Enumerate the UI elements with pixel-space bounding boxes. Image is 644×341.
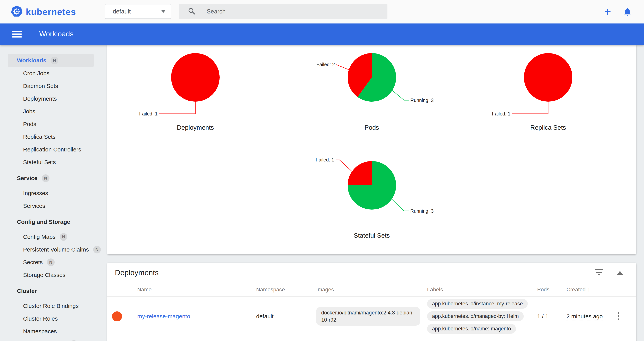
sidebar-item-services[interactable]: Services [0,200,107,212]
menu-hamburger-icon[interactable] [12,30,22,38]
replica-sets-pie-chart: Failed: 1 Replica Sets [460,45,636,131]
sidebar-item-service[interactable]: Service N [0,172,107,184]
table-row: my-release-magento default docker.io/bit… [107,296,636,336]
namespace-selected-value: default [113,8,161,15]
namespace-cell: default [256,313,316,320]
new-badge: N [93,246,101,254]
filter-icon[interactable] [594,268,604,277]
page-title: Workloads [39,30,74,38]
sidebar-item-ingresses[interactable]: Ingresses [0,187,107,200]
new-badge: N [42,174,50,182]
new-badge: N [50,56,58,64]
column-header-created[interactable]: Created ↑ [566,286,613,293]
new-badge: N [60,233,67,241]
new-badge: N [70,340,78,341]
column-header-namespace[interactable]: Namespace [256,286,316,293]
sort-ascending-icon: ↑ [588,286,590,293]
card-title: Deployments [115,268,159,277]
search-icon [188,7,196,16]
sidebar-item-cluster-role-bindings[interactable]: Cluster Role Bindings [0,300,107,312]
sidebar-section-config-and-storage[interactable]: Config and Storage [0,216,107,228]
notifications-bell-button[interactable] [623,7,632,16]
stateful-sets-pie-chart: Failed: 1 Running: 3 Stateful Sets [284,152,460,239]
sidebar-item-config-maps[interactable]: Config Maps N [0,230,107,243]
chart-title: Stateful Sets [354,232,390,239]
row-actions-kebab-menu[interactable] [613,312,624,320]
table-header-row: Name Namespace Images Labels Pods Create… [107,283,636,296]
chart-title: Deployments [177,124,214,131]
pie-callout-running: Running: 3 [410,208,434,214]
sidebar-item-network-policies[interactable]: Network Policies N [0,338,107,341]
main-content: Failed: 1 Deployments Failed: 2 Running:… [107,45,644,341]
sidebar-item-secrets[interactable]: Secrets N [0,256,107,269]
create-resource-button[interactable] [603,7,612,16]
pie-callout-failed: Failed: 2 [316,62,335,67]
status-failed-icon [112,311,122,321]
kubernetes-logo-icon [11,5,23,18]
pie-callout-running: Running: 3 [410,98,434,103]
deployments-card: Deployments Name Namespace Images Labels… [107,263,636,341]
sidebar-item-namespaces[interactable]: Namespaces [0,325,107,338]
pie-slice-failed [348,161,372,185]
sidebar-section-cluster[interactable]: Cluster [0,284,107,297]
deployment-name-link[interactable]: my-release-magento [137,313,190,320]
sidebar-nav: Workloads N Cron Jobs Daemon Sets Deploy… [0,45,107,341]
chevron-down-icon [161,10,166,13]
sidebar-item-persistent-volume-claims[interactable]: Persistent Volume Claims N [0,243,107,256]
namespace-selector[interactable]: default [105,4,171,19]
chart-title: Replica Sets [530,124,566,131]
sidebar-item-stateful-sets[interactable]: Stateful Sets [0,156,107,168]
column-header-pods[interactable]: Pods [537,286,566,293]
sidebar-item-jobs[interactable]: Jobs [0,105,107,118]
deployments-pie-chart: Failed: 1 Deployments [107,45,284,131]
label-chip: app.kubernetes.io/name: magento [427,324,516,334]
sidebar-item-replication-controllers[interactable]: Replication Controllers [0,143,107,156]
sidebar-item-replica-sets[interactable]: Replica Sets [0,130,107,143]
label-chip: app.kubernetes.io/instance: my-release [427,299,528,309]
chart-title: Pods [364,124,379,131]
pie-slice-failed [524,53,572,102]
label-chip: app.kubernetes.io/managed-by: Helm [427,311,524,321]
created-time-cell: 2 minutes ago [566,313,602,320]
pie-slice-failed [171,53,220,102]
sidebar-item-cron-jobs[interactable]: Cron Jobs [0,67,107,80]
sidebar-item-cluster-roles[interactable]: Cluster Roles [0,312,107,325]
page-toolbar: Workloads [0,24,644,45]
top-app-bar: kubernetes default Search [0,0,644,24]
pie-callout-failed: Failed: 1 [139,111,158,116]
sidebar-item-daemon-sets[interactable]: Daemon Sets [0,80,107,92]
new-badge: N [47,258,55,266]
column-header-images[interactable]: Images [316,286,427,293]
workload-status-card: Failed: 1 Deployments Failed: 2 Running:… [107,45,636,254]
sidebar-item-workloads[interactable]: Workloads N [8,54,94,67]
column-header-labels[interactable]: Labels [427,286,537,293]
pie-callout-failed: Failed: 1 [492,111,510,116]
pie-callout-failed: Failed: 1 [316,157,334,162]
brand-title: kubernetes [26,6,76,17]
sidebar-item-storage-classes[interactable]: Storage Classes [0,269,107,281]
search-placeholder: Search [207,8,226,15]
kubernetes-logo-home-link[interactable]: kubernetes [11,5,76,18]
sidebar-item-deployments[interactable]: Deployments [0,92,107,105]
collapse-card-icon[interactable] [617,271,623,274]
column-header-name[interactable]: Name [137,286,256,293]
pods-pie-chart: Failed: 2 Running: 3 Pods [284,45,460,131]
search-input[interactable]: Search [179,4,388,19]
image-chip: docker.io/bitnami/magento:2.4.3-debian-1… [316,307,420,326]
pods-count-cell: 1 / 1 [537,313,566,320]
sidebar-item-pods[interactable]: Pods [0,118,107,130]
